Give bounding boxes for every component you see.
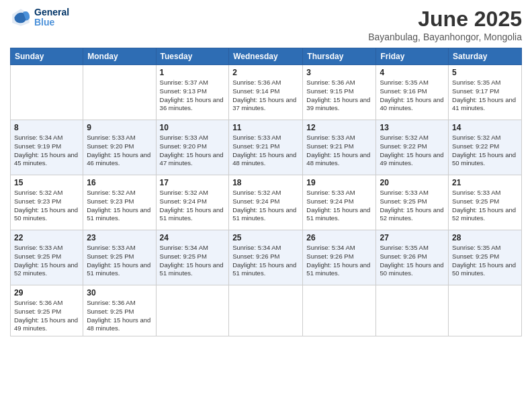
calendar-cell: 1Sunrise: 5:37 AMSunset: 9:13 PMDaylight… [156, 65, 229, 120]
day-number: 22 [14, 233, 79, 242]
calendar-cell: 4Sunrise: 5:35 AMSunset: 9:16 PMDaylight… [376, 65, 449, 120]
col-header-thursday: Thursday [303, 48, 376, 65]
title-location: Bayanbulag, Bayanhongor, Mongolia [368, 32, 522, 42]
calendar-cell: 8Sunrise: 5:34 AMSunset: 9:19 PMDaylight… [11, 120, 83, 175]
day-info: Sunrise: 5:35 AMSunset: 9:26 PMDaylight:… [380, 244, 445, 278]
day-info: Sunrise: 5:32 AMSunset: 9:23 PMDaylight:… [14, 189, 79, 223]
page: General Blue June 2025 Bayanbulag, Bayan… [0, 0, 532, 411]
calendar-cell: 11Sunrise: 5:33 AMSunset: 9:21 PMDayligh… [229, 120, 303, 175]
day-number: 28 [452, 233, 518, 242]
calendar-cell: 18Sunrise: 5:32 AMSunset: 9:24 PMDayligh… [229, 175, 303, 230]
day-number: 30 [87, 288, 152, 298]
calendar-cell [449, 285, 522, 336]
calendar-cell: 24Sunrise: 5:34 AMSunset: 9:25 PMDayligh… [156, 230, 229, 285]
day-info: Sunrise: 5:36 AMSunset: 9:15 PMDaylight:… [306, 79, 372, 113]
day-info: Sunrise: 5:32 AMSunset: 9:23 PMDaylight:… [87, 189, 152, 223]
calendar: SundayMondayTuesdayWednesdayThursdayFrid… [10, 48, 522, 336]
calendar-week-row: 1Sunrise: 5:37 AMSunset: 9:13 PMDaylight… [11, 65, 522, 120]
calendar-cell: 2Sunrise: 5:36 AMSunset: 9:14 PMDaylight… [229, 65, 303, 120]
day-info: Sunrise: 5:35 AMSunset: 9:17 PMDaylight:… [452, 79, 518, 113]
day-number: 5 [452, 68, 518, 77]
col-header-saturday: Saturday [449, 48, 522, 65]
day-info: Sunrise: 5:33 AMSunset: 9:24 PMDaylight:… [306, 189, 372, 223]
day-info: Sunrise: 5:34 AMSunset: 9:26 PMDaylight:… [232, 244, 299, 278]
day-info: Sunrise: 5:36 AMSunset: 9:25 PMDaylight:… [14, 299, 79, 333]
calendar-cell: 17Sunrise: 5:32 AMSunset: 9:24 PMDayligh… [156, 175, 229, 230]
day-number: 10 [160, 123, 226, 132]
calendar-cell: 13Sunrise: 5:32 AMSunset: 9:22 PMDayligh… [376, 120, 449, 175]
day-info: Sunrise: 5:32 AMSunset: 9:24 PMDaylight:… [160, 189, 226, 223]
calendar-cell: 27Sunrise: 5:35 AMSunset: 9:26 PMDayligh… [376, 230, 449, 285]
day-info: Sunrise: 5:33 AMSunset: 9:21 PMDaylight:… [306, 134, 372, 168]
title-block: June 2025 Bayanbulag, Bayanhongor, Mongo… [368, 7, 522, 42]
calendar-cell: 23Sunrise: 5:33 AMSunset: 9:25 PMDayligh… [83, 230, 156, 285]
day-number: 8 [14, 123, 79, 132]
calendar-cell [229, 285, 303, 336]
col-header-wednesday: Wednesday [229, 48, 303, 65]
day-info: Sunrise: 5:33 AMSunset: 9:25 PMDaylight:… [14, 244, 79, 278]
calendar-cell: 9Sunrise: 5:33 AMSunset: 9:20 PMDaylight… [83, 120, 156, 175]
day-info: Sunrise: 5:37 AMSunset: 9:13 PMDaylight:… [160, 79, 226, 113]
calendar-cell [303, 285, 376, 336]
day-number: 15 [14, 178, 79, 187]
day-info: Sunrise: 5:34 AMSunset: 9:19 PMDaylight:… [14, 134, 79, 168]
day-number: 29 [14, 288, 79, 298]
day-info: Sunrise: 5:33 AMSunset: 9:25 PMDaylight:… [380, 189, 445, 223]
day-number: 25 [232, 233, 299, 242]
col-header-sunday: Sunday [11, 48, 83, 65]
day-number: 3 [306, 68, 372, 77]
day-number: 13 [380, 123, 445, 132]
day-info: Sunrise: 5:33 AMSunset: 9:20 PMDaylight:… [87, 134, 152, 168]
day-info: Sunrise: 5:36 AMSunset: 9:14 PMDaylight:… [232, 79, 299, 113]
day-info: Sunrise: 5:35 AMSunset: 9:25 PMDaylight:… [452, 244, 518, 278]
day-info: Sunrise: 5:36 AMSunset: 9:25 PMDaylight:… [87, 299, 152, 333]
day-number: 23 [87, 233, 152, 242]
day-number: 2 [232, 68, 299, 77]
day-number: 17 [160, 178, 226, 187]
calendar-cell: 12Sunrise: 5:33 AMSunset: 9:21 PMDayligh… [303, 120, 376, 175]
day-number: 20 [380, 178, 445, 187]
logo-text: General Blue [34, 7, 69, 28]
calendar-header-row: SundayMondayTuesdayWednesdayThursdayFrid… [11, 48, 522, 65]
calendar-cell: 30Sunrise: 5:36 AMSunset: 9:25 PMDayligh… [83, 285, 156, 336]
calendar-week-row: 29Sunrise: 5:36 AMSunset: 9:25 PMDayligh… [11, 285, 522, 336]
day-info: Sunrise: 5:32 AMSunset: 9:22 PMDaylight:… [452, 134, 518, 168]
day-number: 27 [380, 233, 445, 242]
day-info: Sunrise: 5:34 AMSunset: 9:25 PMDaylight:… [160, 244, 226, 278]
day-number: 18 [232, 178, 299, 187]
calendar-week-row: 8Sunrise: 5:34 AMSunset: 9:19 PMDaylight… [11, 120, 522, 175]
calendar-cell: 15Sunrise: 5:32 AMSunset: 9:23 PMDayligh… [11, 175, 83, 230]
day-number: 9 [87, 123, 152, 132]
title-month: June 2025 [368, 7, 522, 32]
day-number: 1 [160, 68, 226, 77]
calendar-cell: 14Sunrise: 5:32 AMSunset: 9:22 PMDayligh… [449, 120, 522, 175]
day-number: 19 [306, 178, 372, 187]
calendar-cell: 10Sunrise: 5:33 AMSunset: 9:20 PMDayligh… [156, 120, 229, 175]
day-info: Sunrise: 5:33 AMSunset: 9:21 PMDaylight:… [232, 134, 299, 168]
calendar-cell: 20Sunrise: 5:33 AMSunset: 9:25 PMDayligh… [376, 175, 449, 230]
day-number: 21 [452, 178, 518, 187]
calendar-week-row: 22Sunrise: 5:33 AMSunset: 9:25 PMDayligh… [11, 230, 522, 285]
calendar-cell [83, 65, 156, 120]
day-number: 26 [306, 233, 372, 242]
calendar-cell: 26Sunrise: 5:34 AMSunset: 9:26 PMDayligh… [303, 230, 376, 285]
calendar-cell: 21Sunrise: 5:33 AMSunset: 9:25 PMDayligh… [449, 175, 522, 230]
col-header-friday: Friday [376, 48, 449, 65]
day-info: Sunrise: 5:32 AMSunset: 9:24 PMDaylight:… [232, 189, 299, 223]
calendar-cell [376, 285, 449, 336]
col-header-monday: Monday [83, 48, 156, 65]
day-info: Sunrise: 5:33 AMSunset: 9:25 PMDaylight:… [87, 244, 152, 278]
calendar-week-row: 15Sunrise: 5:32 AMSunset: 9:23 PMDayligh… [11, 175, 522, 230]
calendar-cell: 22Sunrise: 5:33 AMSunset: 9:25 PMDayligh… [11, 230, 83, 285]
day-number: 14 [452, 123, 518, 132]
logo-line2: Blue [34, 17, 69, 28]
day-number: 24 [160, 233, 226, 242]
calendar-cell [156, 285, 229, 336]
calendar-cell: 19Sunrise: 5:33 AMSunset: 9:24 PMDayligh… [303, 175, 376, 230]
col-header-tuesday: Tuesday [156, 48, 229, 65]
logo-icon [10, 7, 32, 28]
calendar-cell: 25Sunrise: 5:34 AMSunset: 9:26 PMDayligh… [229, 230, 303, 285]
day-number: 16 [87, 178, 152, 187]
calendar-cell: 29Sunrise: 5:36 AMSunset: 9:25 PMDayligh… [11, 285, 83, 336]
day-info: Sunrise: 5:34 AMSunset: 9:26 PMDaylight:… [306, 244, 372, 278]
